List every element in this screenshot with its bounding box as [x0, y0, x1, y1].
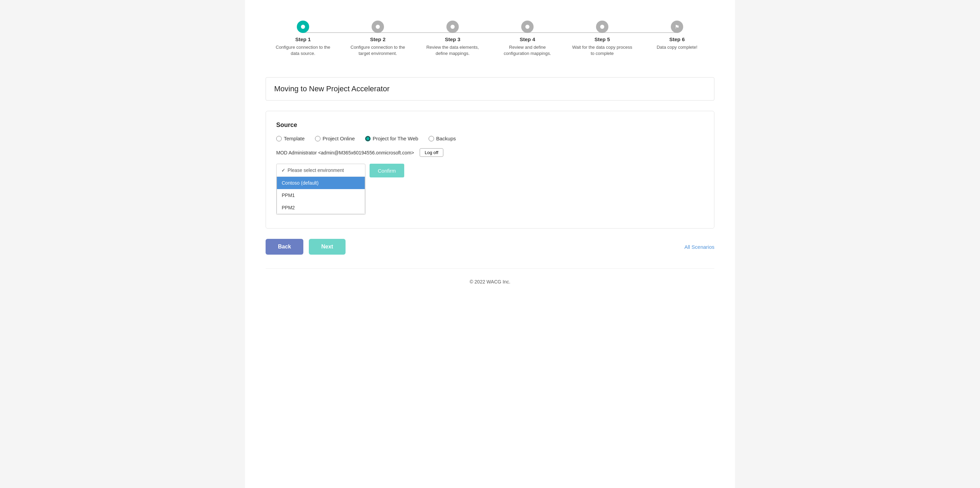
stepper: Step 1 Configure connection to the data …	[266, 14, 714, 64]
dropdown-item-ppm2[interactable]: PPM2	[277, 202, 365, 214]
dropdown-placeholder: Please select environment	[288, 167, 344, 173]
step-label-6: Step 6	[669, 37, 684, 42]
step-circle-4	[521, 21, 534, 33]
step-dot-1	[301, 25, 305, 29]
radio-backups[interactable]: Backups	[429, 135, 456, 141]
step-label-3: Step 3	[445, 37, 460, 42]
step-item-4: Step 4 Review and define configuration m…	[490, 21, 565, 57]
radio-template-input[interactable]	[276, 136, 282, 141]
step-circle-5	[596, 21, 608, 33]
step-desc-3: Review the data elements, define mapping…	[422, 44, 484, 57]
step-desc-1: Configure connection to the data source.	[272, 44, 334, 57]
radio-project-online-label: Project Online	[323, 135, 355, 141]
dropdown-item-contoso[interactable]: Contoso (default)	[277, 177, 365, 189]
step-dot-2	[376, 25, 380, 29]
radio-project-for-web[interactable]: Project for The Web	[365, 135, 418, 141]
step-item-5: Step 5 Wait for the data copy process to…	[565, 21, 640, 57]
step-dot-4	[525, 25, 530, 29]
logoff-button[interactable]: Log off	[420, 148, 444, 157]
radio-template-label: Template	[284, 135, 305, 141]
step-label-1: Step 1	[295, 37, 310, 42]
step-label-4: Step 4	[520, 37, 535, 42]
step-label-2: Step 2	[370, 37, 385, 42]
step-desc-4: Review and define configuration mappings…	[496, 44, 558, 57]
step-desc-5: Wait for the data copy process to comple…	[571, 44, 633, 57]
radio-project-for-web-label: Project for The Web	[373, 135, 418, 141]
radio-project-online[interactable]: Project Online	[315, 135, 355, 141]
step-desc-6: Data copy complete!	[657, 44, 698, 51]
dropdown-header: ✓ Please select environment	[277, 164, 365, 177]
check-icon: ✓	[282, 167, 285, 173]
step-desc-2: Configure connection to the target envir…	[347, 44, 409, 57]
dropdown-item-ppm1[interactable]: PPM1	[277, 189, 365, 202]
step-circle-1	[297, 21, 309, 33]
page-wrapper: Step 1 Configure connection to the data …	[245, 0, 735, 488]
user-email: MOD Administrator <admin@M365x60194556.o…	[276, 150, 414, 156]
back-button[interactable]: Back	[266, 239, 303, 254]
page-title: Moving to New Project Accelerator	[274, 84, 706, 93]
confirm-button[interactable]: Confirm	[369, 164, 404, 177]
footer-buttons: Back Next All Scenarios	[266, 239, 714, 254]
step-circle-6: ⚑	[671, 21, 683, 33]
step-dot-3	[450, 25, 455, 29]
radio-template[interactable]: Template	[276, 135, 305, 141]
step-dot-5	[600, 25, 604, 29]
user-row: MOD Administrator <admin@M365x60194556.o…	[276, 148, 704, 157]
radio-backups-input[interactable]	[429, 136, 434, 141]
source-section: Source Template Project Online Project f…	[266, 111, 714, 229]
step-circle-2	[372, 21, 384, 33]
source-radio-group: Template Project Online Project for The …	[276, 135, 704, 141]
dropdown-list: Contoso (default) PPM1 PPM2	[277, 177, 365, 214]
dropdown-container: ✓ Please select environment Contoso (def…	[276, 164, 366, 215]
next-button[interactable]: Next	[309, 239, 345, 254]
all-scenarios-link[interactable]: All Scenarios	[684, 244, 714, 250]
step-label-5: Step 5	[594, 37, 610, 42]
step-circle-3	[446, 21, 459, 33]
copyright-text: © 2022 WACG Inc.	[470, 279, 511, 285]
page-footer: © 2022 WACG Inc.	[266, 269, 714, 288]
radio-project-for-web-input[interactable]	[365, 136, 371, 141]
source-section-title: Source	[276, 121, 704, 129]
dropdown-area: ✓ Please select environment Contoso (def…	[276, 164, 704, 215]
title-card: Moving to New Project Accelerator	[266, 77, 714, 100]
step-item-2: Step 2 Configure connection to the targe…	[340, 21, 415, 57]
step-item-3: Step 3 Review the data elements, define …	[415, 21, 490, 57]
step-item-6: ⚑ Step 6 Data copy complete!	[640, 21, 714, 51]
step-item-1: Step 1 Configure connection to the data …	[266, 21, 340, 57]
radio-project-online-input[interactable]	[315, 136, 320, 141]
radio-backups-label: Backups	[436, 135, 456, 141]
environment-dropdown[interactable]: ✓ Please select environment Contoso (def…	[276, 164, 366, 215]
